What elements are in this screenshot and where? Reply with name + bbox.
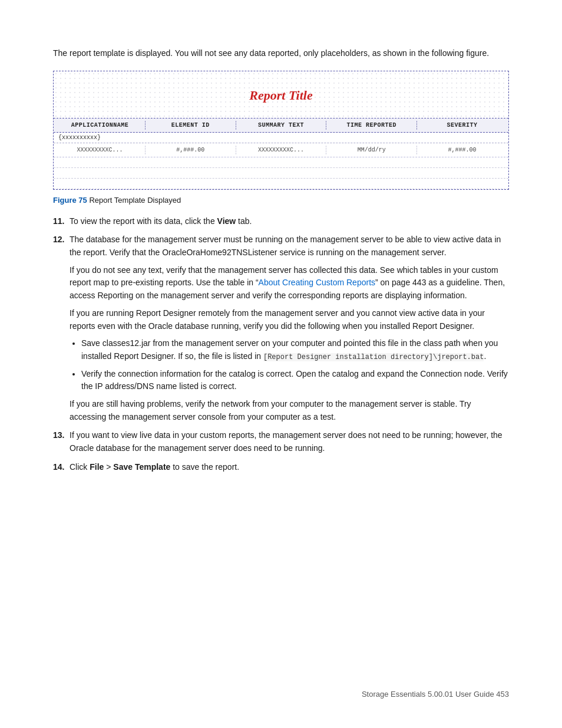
report-figure: Report Title APPLICATIONNAME ELEMENT ID … <box>53 71 509 190</box>
report-column-headers: APPLICATIONNAME ELEMENT ID SUMMARY TEXT … <box>54 118 508 133</box>
col-element-id: ELEMENT ID <box>146 121 236 130</box>
step-11: 11. To view the report with its data, cl… <box>53 215 509 228</box>
data-timereported: MM/dd/ry <box>326 146 417 154</box>
report-data-row: XXXXXXXXXC... #,###.00 XXXXXXXXXC... MM/… <box>54 143 508 157</box>
step-14-num: 14. <box>53 461 70 474</box>
bullet-2: Verify the connection information for th… <box>81 368 509 393</box>
figure-caption-desc: Report Template Displayed <box>89 196 181 205</box>
step-14-file: File <box>90 462 104 472</box>
col-time-reported: TIME REPORTED <box>326 121 417 130</box>
data-appname: XXXXXXXXXC... <box>55 146 146 154</box>
step-12-para3: If you are running Report Designer remot… <box>70 307 509 332</box>
code-inline-1: [Report Designer installation directory]… <box>263 353 484 361</box>
step-12-content: The database for the management server m… <box>70 233 509 423</box>
col-summary-text: SUMMARY TEXT <box>236 121 327 130</box>
bullet-1: Save classes12.jar from the management s… <box>81 337 509 363</box>
empty-row-3 <box>54 179 508 189</box>
data-severity: #,###.00 <box>417 146 507 154</box>
about-creating-link[interactable]: About Creating Custom Reports <box>259 278 375 287</box>
step-12-para4: If you are still having problems, verify… <box>70 398 509 423</box>
empty-row-1 <box>54 157 508 168</box>
report-title: Report Title <box>59 88 503 103</box>
step-14-content: Click File > Save Template to save the r… <box>70 461 509 474</box>
step-12: 12. The database for the management serv… <box>53 233 509 423</box>
step-13-num: 13. <box>53 429 70 454</box>
col-applicationname: APPLICATIONNAME <box>55 121 146 130</box>
intro-paragraph: The report template is displayed. You wi… <box>53 47 509 60</box>
data-elementid: #,###.00 <box>146 146 236 154</box>
step-12-para1: The database for the management server m… <box>70 233 509 259</box>
data-summarytext: XXXXXXXXXC... <box>236 146 327 154</box>
page-footer: Storage Essentials 5.00.01 User Guide 45… <box>362 690 509 699</box>
step-14: 14. Click File > Save Template to save t… <box>53 461 509 474</box>
step-12-bullets: Save classes12.jar from the management s… <box>81 337 509 393</box>
figure-label: Figure 75 <box>53 196 87 205</box>
footer-text: Storage Essentials 5.00.01 User Guide 45… <box>362 690 509 699</box>
col-severity: SEVERITY <box>417 121 507 130</box>
step-11-num: 11. <box>53 215 70 228</box>
step-12-num: 12. <box>53 233 70 423</box>
step-11-content: To view the report with its data, click … <box>70 215 509 228</box>
step-11-bold: View <box>217 216 236 226</box>
step-13-content: If you want to view live data in your cu… <box>70 429 509 454</box>
report-table: APPLICATIONNAME ELEMENT ID SUMMARY TEXT … <box>54 118 508 189</box>
step-13: 13. If you want to view live data in you… <box>53 429 509 454</box>
report-header: Report Title <box>54 71 508 118</box>
step-14-save: Save Template <box>113 462 170 472</box>
report-group-row: {xxxxxxxxxx} <box>54 133 508 143</box>
empty-row-2 <box>54 168 508 179</box>
figure-caption: Figure 75 Report Template Displayed <box>53 196 509 205</box>
step-12-para2: If you do not see any text, verify that … <box>70 264 509 302</box>
